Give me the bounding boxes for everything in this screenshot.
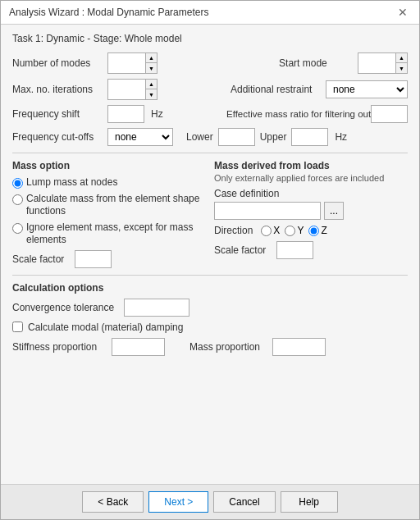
max-iter-down[interactable]: ▼ xyxy=(146,89,157,99)
number-of-modes-label: Number of modes xyxy=(12,57,103,69)
mass-derived-hint: Only externally applied forces are inclu… xyxy=(214,173,408,183)
mass-radio-3-row: Ignore element mass, except for mass ele… xyxy=(12,221,206,247)
num-modes-down[interactable]: ▼ xyxy=(146,63,157,73)
mass-radio-2-row: Calculate mass from the element shape fu… xyxy=(12,193,206,218)
effective-mass-input[interactable]: 0 xyxy=(371,105,408,123)
lump-mass-label: Lump mass at nodes xyxy=(26,176,117,189)
dir-y-text: Y xyxy=(297,225,304,236)
direction-row: Direction X Y Z xyxy=(214,225,408,236)
mass-scale-label: Scale factor xyxy=(12,253,70,265)
calc-mass-label: Calculate mass from the element shape fu… xyxy=(26,193,206,218)
mass-option-group-label: Mass option xyxy=(12,160,206,171)
number-of-modes-input[interactable]: 1 ▲ ▼ xyxy=(107,52,158,74)
max-iterations-row: Max. no. iterations 128 ▲ ▼ Additional r… xyxy=(12,79,408,100)
mass-derived-scale-input[interactable]: 1 xyxy=(276,241,313,259)
number-of-modes-row: Number of modes 1 ▲ ▼ Start mode 1 ▲ ▼ xyxy=(12,52,408,74)
next-button[interactable]: Next > xyxy=(148,491,208,513)
footer: < Back Next > Cancel Help xyxy=(1,484,419,519)
frequency-shift-row: Frequency shift 0 Hz Effective mass rati… xyxy=(12,105,408,123)
modal-damping-checkbox[interactable] xyxy=(12,322,23,332)
lump-mass-radio[interactable] xyxy=(12,178,23,189)
dir-z-radio[interactable] xyxy=(308,226,319,236)
case-def-input[interactable]: none xyxy=(214,202,321,220)
dir-x-radio[interactable] xyxy=(261,226,272,236)
mass-option-col: Mass option Lump mass at nodes Calculate… xyxy=(12,160,206,268)
stiffness-proportion-input[interactable]: 1 xyxy=(112,338,165,356)
mass-proportion-label: Mass proportion xyxy=(189,341,267,353)
convergence-input[interactable]: 1E-12 xyxy=(124,299,189,317)
help-button[interactable]: Help xyxy=(281,491,338,513)
calc-mass-radio[interactable] xyxy=(12,194,23,205)
dir-y-label: Y xyxy=(285,225,304,236)
mass-derived-scale-row: Scale factor 1 xyxy=(214,241,408,259)
additional-restraint-label: Additional restraint xyxy=(231,84,321,95)
mass-derived-label: Mass derived from loads xyxy=(214,160,408,171)
mass-scale-input[interactable]: 1 xyxy=(75,250,112,268)
frequency-cutoffs-label: Frequency cut-offs xyxy=(12,131,103,143)
case-def-row: none ... xyxy=(214,202,408,220)
calc-section-title: Calculation options xyxy=(12,282,408,294)
mass-radio-1-row: Lump mass at nodes xyxy=(12,176,206,189)
frequency-shift-unit: Hz xyxy=(151,108,163,120)
ignore-mass-radio[interactable] xyxy=(12,223,23,234)
frequency-shift-input[interactable]: 0 xyxy=(107,105,144,123)
dir-z-text: Z xyxy=(321,225,326,236)
two-column-section: Mass option Lump mass at nodes Calculate… xyxy=(12,160,408,268)
case-def-browse-btn[interactable]: ... xyxy=(324,202,344,220)
max-iterations-input[interactable]: 128 ▲ ▼ xyxy=(107,79,158,100)
dir-x-label: X xyxy=(261,225,280,236)
modal-damping-label: Calculate modal (material) damping xyxy=(28,322,183,333)
start-mode-label: Start mode xyxy=(279,57,353,69)
case-def-label: Case definition xyxy=(214,188,408,199)
number-of-modes-field[interactable]: 1 xyxy=(108,53,145,73)
freq-upper-input[interactable]: 0 xyxy=(291,128,328,146)
dir-x-text: X xyxy=(273,225,280,236)
frequency-shift-label: Frequency shift xyxy=(12,108,103,120)
start-mode-down[interactable]: ▼ xyxy=(396,63,407,73)
freq-unit: Hz xyxy=(335,131,347,143)
max-iter-up[interactable]: ▲ xyxy=(146,80,157,89)
damping-values-row: Stiffness proportion 1 Mass proportion 0 xyxy=(12,338,408,356)
mass-derived-scale-label: Scale factor xyxy=(214,244,272,256)
mass-derived-col: Mass derived from loads Only externally … xyxy=(214,160,408,268)
dialog-title: Analysis Wizard : Modal Dynamic Paramete… xyxy=(9,7,208,18)
direction-label: Direction xyxy=(214,225,253,236)
additional-restraint-select[interactable]: none xyxy=(326,80,408,98)
back-button[interactable]: < Back xyxy=(82,491,144,513)
freq-lower-input[interactable]: 0 xyxy=(218,128,255,146)
frequency-cutoffs-select[interactable]: none xyxy=(107,128,173,146)
num-modes-up[interactable]: ▲ xyxy=(146,53,157,63)
max-iterations-label: Max. no. iterations xyxy=(12,84,103,95)
ignore-mass-label: Ignore element mass, except for mass ele… xyxy=(26,221,206,247)
convergence-label: Convergence tolerance xyxy=(12,302,119,313)
max-iterations-field[interactable]: 128 xyxy=(108,80,145,99)
stiffness-proportion-label: Stiffness proportion xyxy=(12,341,107,353)
freq-upper-label: Upper xyxy=(260,131,287,143)
convergence-row: Convergence tolerance 1E-12 xyxy=(12,299,408,317)
start-mode-up[interactable]: ▲ xyxy=(396,53,407,63)
freq-lower-label: Lower xyxy=(186,131,213,143)
start-mode-input[interactable]: 1 ▲ ▼ xyxy=(358,52,408,74)
modal-damping-row: Calculate modal (material) damping xyxy=(12,322,408,333)
mass-scale-row: Scale factor 1 xyxy=(12,250,206,268)
cancel-button[interactable]: Cancel xyxy=(213,491,275,513)
mass-proportion-item: Mass proportion 0 xyxy=(189,338,326,356)
dir-y-radio[interactable] xyxy=(285,226,295,236)
dialog: Analysis Wizard : Modal Dynamic Paramete… xyxy=(0,0,420,520)
content-area: Task 1: Dynamic - Stage: Whole model Num… xyxy=(1,25,419,484)
frequency-cutoffs-row: Frequency cut-offs none Lower 0 Upper 0 … xyxy=(12,128,408,146)
start-mode-field[interactable]: 1 xyxy=(358,53,395,73)
task-label: Task 1: Dynamic - Stage: Whole model xyxy=(12,33,408,44)
close-button[interactable]: ✕ xyxy=(395,6,411,19)
mass-proportion-input[interactable]: 0 xyxy=(272,338,326,356)
stiffness-proportion-item: Stiffness proportion 1 xyxy=(12,338,165,356)
effective-mass-label: Effective mass ratio for filtering out m… xyxy=(226,108,366,121)
title-bar: Analysis Wizard : Modal Dynamic Paramete… xyxy=(1,1,419,25)
dir-z-label: Z xyxy=(308,225,326,236)
calc-options-section: Calculation options Convergence toleranc… xyxy=(12,282,408,356)
